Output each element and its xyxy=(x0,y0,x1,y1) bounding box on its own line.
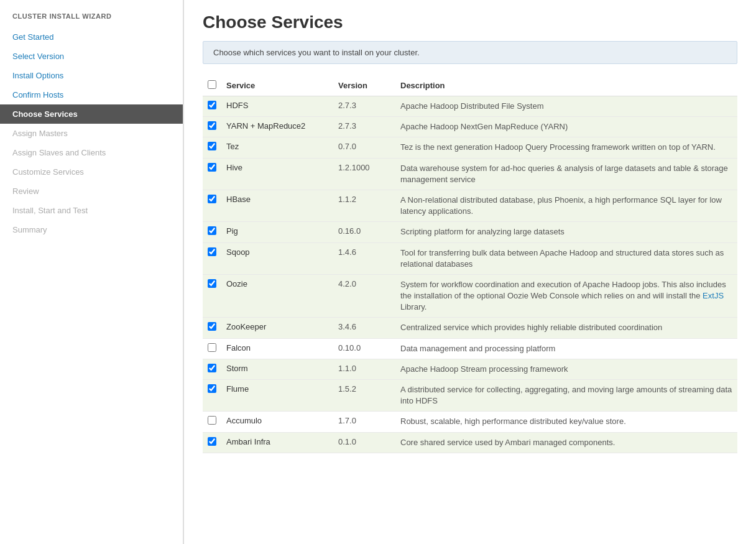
table-row: HBase1.1.2A Non-relational distributed d… xyxy=(203,190,737,221)
row-checkbox-cell xyxy=(203,190,221,221)
service-version: 4.2.0 xyxy=(333,274,395,318)
services-tbody: HDFS2.7.3Apache Hadoop Distributed File … xyxy=(203,96,737,453)
service-name: Flume xyxy=(221,380,333,412)
sidebar-item-review: Review xyxy=(0,182,183,201)
service-name: HBase xyxy=(221,190,333,221)
sidebar-item-select-version[interactable]: Select Version xyxy=(0,47,183,66)
service-checkbox[interactable] xyxy=(208,226,216,235)
sidebar-item-install-options[interactable]: Install Options xyxy=(0,66,183,85)
service-name: Accumulo xyxy=(221,412,333,432)
row-checkbox-cell xyxy=(203,318,221,338)
service-description: Data management and processing platform xyxy=(395,338,737,359)
service-version: 1.1.0 xyxy=(333,359,395,379)
service-description: Scripting platform for analyzing large d… xyxy=(395,222,737,242)
sidebar-item-customize-services: Customize Services xyxy=(0,162,183,182)
table-row: YARN + MapReduce22.7.3Apache Hadoop Next… xyxy=(203,117,737,137)
service-checkbox[interactable] xyxy=(208,322,216,331)
info-box: Choose which services you want to instal… xyxy=(203,41,737,64)
service-version: 3.4.6 xyxy=(333,318,395,338)
service-name: Hive xyxy=(221,158,333,190)
service-checkbox[interactable] xyxy=(208,279,216,288)
col-header-checkbox xyxy=(203,75,221,96)
service-checkbox[interactable] xyxy=(208,163,216,172)
main-content: Choose Services Choose which services yo… xyxy=(183,0,756,544)
col-header-service: Service xyxy=(221,75,333,96)
service-checkbox[interactable] xyxy=(208,195,216,203)
sidebar-title: CLUSTER INSTALL WIZARD xyxy=(0,12,183,27)
sidebar-item-summary: Summary xyxy=(0,220,183,239)
service-checkbox[interactable] xyxy=(208,101,216,109)
service-version: 2.7.3 xyxy=(333,96,395,117)
service-version: 1.1.2 xyxy=(333,190,395,221)
row-checkbox-cell xyxy=(203,222,221,242)
service-description: A Non-relational distributed database, p… xyxy=(395,190,737,221)
service-description: Apache Hadoop NextGen MapReduce (YARN) xyxy=(395,117,737,137)
service-description: A distributed service for collecting, ag… xyxy=(395,380,737,412)
service-version: 0.16.0 xyxy=(333,222,395,242)
service-version: 0.1.0 xyxy=(333,432,395,453)
service-checkbox[interactable] xyxy=(208,364,216,372)
service-name: Oozie xyxy=(221,274,333,318)
row-checkbox-cell xyxy=(203,117,221,137)
service-description: System for workflow coordination and exe… xyxy=(395,274,737,318)
table-row: ZooKeeper3.4.6Centralized service which … xyxy=(203,318,737,338)
service-description: Apache Hadoop Distributed File System xyxy=(395,96,737,117)
row-checkbox-cell xyxy=(203,359,221,379)
service-checkbox[interactable] xyxy=(208,343,216,352)
sidebar-item-choose-services[interactable]: Choose Services xyxy=(0,104,183,124)
service-checkbox[interactable] xyxy=(208,437,216,446)
row-checkbox-cell xyxy=(203,432,221,453)
service-name: Ambari Infra xyxy=(221,432,333,453)
extjs-link[interactable]: ExtJS xyxy=(703,291,724,300)
row-checkbox-cell xyxy=(203,338,221,359)
service-checkbox[interactable] xyxy=(208,121,216,130)
service-version: 2.7.3 xyxy=(333,117,395,137)
table-row: Accumulo1.7.0Robust, scalable, high perf… xyxy=(203,412,737,432)
services-table: Service Version Description HDFS2.7.3Apa… xyxy=(203,75,737,453)
table-row: Flume1.5.2A distributed service for coll… xyxy=(203,380,737,412)
service-checkbox[interactable] xyxy=(208,416,216,425)
service-name: Pig xyxy=(221,222,333,242)
sidebar-item-get-started[interactable]: Get Started xyxy=(0,27,183,47)
sidebar-items: Get StartedSelect VersionInstall Options… xyxy=(0,27,183,239)
sidebar: CLUSTER INSTALL WIZARD Get StartedSelect… xyxy=(0,0,183,544)
row-checkbox-cell xyxy=(203,274,221,318)
service-version: 1.7.0 xyxy=(333,412,395,432)
sidebar-item-assign-masters: Assign Masters xyxy=(0,124,183,143)
select-all-checkbox[interactable] xyxy=(208,80,216,89)
table-row: Ambari Infra0.1.0Core shared service use… xyxy=(203,432,737,453)
row-checkbox-cell xyxy=(203,96,221,117)
service-description: Data warehouse system for ad-hoc queries… xyxy=(395,158,737,190)
service-name: Storm xyxy=(221,359,333,379)
service-checkbox[interactable] xyxy=(208,247,216,256)
service-description: Tool for transferring bulk data between … xyxy=(395,242,737,274)
service-version: 1.2.1000 xyxy=(333,158,395,190)
service-name: ZooKeeper xyxy=(221,318,333,338)
col-header-version: Version xyxy=(333,75,395,96)
service-version: 0.7.0 xyxy=(333,137,395,158)
service-version: 1.4.6 xyxy=(333,242,395,274)
sidebar-item-confirm-hosts[interactable]: Confirm Hosts xyxy=(0,85,183,104)
service-description: Centralized service which provides highl… xyxy=(395,318,737,338)
table-header: Service Version Description xyxy=(203,75,737,96)
service-description: Core shared service used by Ambari manag… xyxy=(395,432,737,453)
service-name: Sqoop xyxy=(221,242,333,274)
col-header-description: Description xyxy=(395,75,737,96)
sidebar-item-install,-start-and-test: Install, Start and Test xyxy=(0,201,183,220)
row-checkbox-cell xyxy=(203,158,221,190)
table-row: Falcon0.10.0Data management and processi… xyxy=(203,338,737,359)
service-checkbox[interactable] xyxy=(208,142,216,150)
row-checkbox-cell xyxy=(203,380,221,412)
table-row: HDFS2.7.3Apache Hadoop Distributed File … xyxy=(203,96,737,117)
table-row: Tez0.7.0Tez is the next generation Hadoo… xyxy=(203,137,737,158)
page-title: Choose Services xyxy=(203,12,737,32)
service-name: YARN + MapReduce2 xyxy=(221,117,333,137)
service-description: Tez is the next generation Hadoop Query … xyxy=(395,137,737,158)
service-checkbox[interactable] xyxy=(208,384,216,393)
service-version: 0.10.0 xyxy=(333,338,395,359)
table-row: Storm1.1.0Apache Hadoop Stream processin… xyxy=(203,359,737,379)
row-checkbox-cell xyxy=(203,137,221,158)
service-version: 1.5.2 xyxy=(333,380,395,412)
table-row: Pig0.16.0Scripting platform for analyzin… xyxy=(203,222,737,242)
service-name: Tez xyxy=(221,137,333,158)
